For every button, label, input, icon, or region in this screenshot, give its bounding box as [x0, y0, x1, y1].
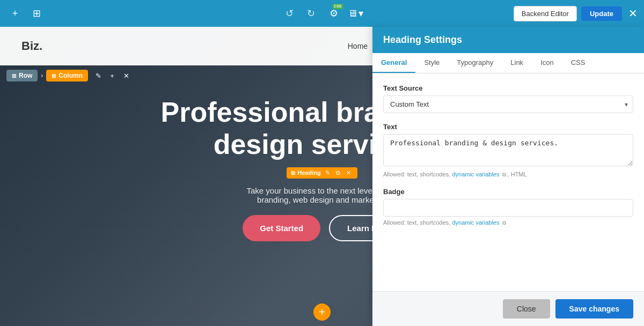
settings-panel: Heading Settings General Style Typograph…: [372, 27, 644, 326]
text-source-select-wrapper: Custom Text: [383, 95, 633, 113]
panel-footer: Close Save changes: [372, 291, 644, 326]
backend-editor-button[interactable]: Backend Editor: [514, 6, 577, 21]
css-badge: CSS: [332, 4, 343, 9]
text-source-select[interactable]: Custom Text: [383, 95, 633, 113]
badge-dynamic-variables-link[interactable]: dynamic variables: [452, 219, 499, 226]
add-element-button[interactable]: +: [6, 5, 24, 22]
nav-home[interactable]: Home: [348, 42, 368, 50]
badge-ext-link-icon: ⧉: [502, 220, 506, 226]
tab-general[interactable]: General: [372, 53, 415, 73]
hero-heading-text-1: Professional bra: [161, 97, 379, 128]
add-section-button[interactable]: +: [313, 303, 331, 321]
row-label: Row: [19, 72, 32, 79]
badge-allowed-hint: Allowed: text, shortcodes, dynamic varia…: [383, 219, 633, 226]
grid-button[interactable]: ⊞: [28, 5, 45, 22]
col-icon: ⊞: [52, 73, 56, 79]
tab-typography[interactable]: Typography: [448, 53, 502, 73]
edit-element-button[interactable]: ✎: [92, 70, 104, 82]
gear-icon: ⚙: [330, 8, 338, 19]
toolbar-left: + ⊞: [6, 5, 45, 22]
element-actions: ✎ + ✕: [92, 70, 132, 82]
chevron-down-icon: ▾: [358, 8, 363, 19]
text-textarea[interactable]: Professional branding & design services.: [383, 134, 633, 166]
desktop-icon: 🖥: [348, 8, 357, 19]
update-button[interactable]: Update: [581, 6, 622, 21]
badge-label: Badge: [383, 188, 633, 196]
heading-edit-button[interactable]: ✎: [323, 169, 332, 177]
ext-link-icon: ⧉: [502, 172, 506, 178]
toolbar-right: Backend Editor Update ✕: [514, 6, 638, 21]
text-dynamic-variables-link[interactable]: dynamic variables: [452, 171, 499, 177]
row-element-tag[interactable]: ⊞ Row: [6, 70, 38, 82]
get-started-button[interactable]: Get Started: [243, 215, 320, 241]
heading-bar-actions: ✎ ⧉ ✕: [323, 169, 353, 177]
close-panel-button[interactable]: Close: [503, 299, 550, 318]
panel-header: Heading Settings: [372, 27, 644, 53]
tab-icon[interactable]: Icon: [532, 53, 562, 73]
badge-group: Badge Allowed: text, shortcodes, dynamic…: [383, 188, 633, 226]
add-to-element-button[interactable]: +: [106, 70, 118, 82]
heading-bar-icon: ⊞: [291, 170, 295, 176]
text-group: Text Professional branding & design serv…: [383, 123, 633, 178]
heading-element-bar[interactable]: ⊞ Heading ✎ ⧉ ✕: [287, 167, 357, 179]
breadcrumb-arrow: ›: [41, 72, 43, 79]
badge-allowed-text: Allowed: text, shortcodes,: [383, 219, 450, 226]
text-label: Text: [383, 123, 633, 131]
panel-title: Heading Settings: [383, 34, 462, 45]
redo-button[interactable]: ↻: [303, 5, 320, 22]
toolbar-center: ↺ ↻ ⚙ CSS 🖥 ▾: [281, 4, 363, 23]
toolbar-close-button[interactable]: ✕: [628, 7, 638, 20]
gear-css-button[interactable]: ⚙ CSS: [324, 4, 343, 23]
panel-tabs: General Style Typography Link Icon CSS: [372, 53, 644, 73]
top-toolbar: + ⊞ ↺ ↻ ⚙ CSS 🖥 ▾ Backend Editor Update …: [0, 0, 644, 27]
heading-duplicate-button[interactable]: ⧉: [334, 169, 342, 177]
text-source-label: Text Source: [383, 84, 633, 92]
panel-body: Text Source Custom Text Text Professiona…: [372, 73, 644, 291]
undo-button[interactable]: ↺: [281, 5, 298, 22]
close-element-button[interactable]: ✕: [120, 70, 132, 82]
col-element-tag[interactable]: ⊞ Column: [46, 70, 88, 82]
tab-link[interactable]: Link: [502, 53, 532, 73]
text-allowed-text: Allowed: text, shortcodes,: [383, 171, 450, 177]
row-icon: ⊞: [12, 73, 16, 79]
site-logo: Biz.: [21, 39, 42, 53]
text-allowed-suffix: , HTML: [508, 171, 527, 177]
badge-input[interactable]: [383, 199, 633, 217]
heading-bar-label: Heading: [297, 169, 320, 176]
heading-close-button[interactable]: ✕: [344, 169, 353, 177]
col-label: Column: [58, 72, 83, 79]
tab-style[interactable]: Style: [415, 53, 448, 73]
save-changes-button[interactable]: Save changes: [555, 299, 633, 318]
hero-heading-text-2: design serv: [214, 129, 369, 160]
text-source-group: Text Source Custom Text: [383, 84, 633, 113]
text-allowed-hint: Allowed: text, shortcodes, dynamic varia…: [383, 171, 633, 178]
tab-css[interactable]: CSS: [562, 53, 594, 73]
device-button[interactable]: 🖥 ▾: [348, 8, 363, 19]
